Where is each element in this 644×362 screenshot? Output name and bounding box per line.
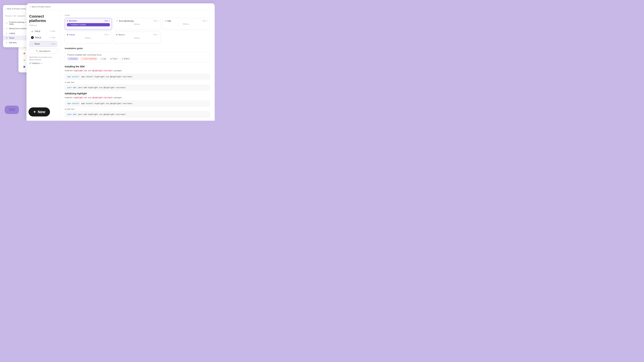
project-id-label: Project ID: xyxy=(5,15,16,17)
link-icon: 🔗 xyxy=(29,62,31,64)
sessions-dot-tag: ● xyxy=(69,58,70,60)
traces-health-tag: ◈ Traces xyxy=(67,33,75,36)
next-icon-modal: N xyxy=(31,36,34,39)
add-icon: + xyxy=(5,41,8,44)
product-tag-logs: ≡ Logs xyxy=(99,57,108,60)
products-box: Products available after connecting Vue.… xyxy=(65,52,210,62)
product-tag-metrics: ◎ Metrics xyxy=(120,57,131,60)
health-card-sessions: ● Sessions View ↗ ✓ Installation complet… xyxy=(65,18,112,30)
logs-tag: ≡ Logs xyxy=(165,20,171,22)
sdk-section-title: Installing the SDK xyxy=(65,65,210,68)
highlight-react-code: @highlight-run/react xyxy=(92,69,113,72)
product-tag-sessions: ● Sessions xyxy=(67,57,79,60)
modal-platform-vuejs[interactable]: ▲ Vue.js 📄 Docs xyxy=(29,28,57,34)
modal-body: Connect platforms Platforms ▲ Vue.js 📄 D… xyxy=(26,10,215,121)
edit-platforms-label: Edit platforms xyxy=(39,50,50,52)
edit-icon: ✏️ xyxy=(36,50,38,52)
new-badge: ✦ New xyxy=(28,107,50,116)
traces-view-link[interactable]: View ↗ xyxy=(104,34,110,35)
init-or-with-yarn-label: or with Yarn: xyxy=(65,108,210,110)
health-card-errors: ⚡ Error Monitoring View ↗ Waiting... xyxy=(114,18,161,30)
modal-back-label: Back to {Project name} xyxy=(32,6,50,8)
metrics-view-link[interactable]: View ↗ xyxy=(154,34,159,35)
log-icon: □ xyxy=(5,32,8,34)
init-yarn-install-block[interactable]: yarn add yarn add highlight.run @highlig… xyxy=(65,111,210,117)
highlight-link[interactable]: 🔗 Highlight.io ↗ xyxy=(29,62,57,64)
logs-waiting: Waiting... xyxy=(165,23,208,25)
server-icon: □ xyxy=(5,27,8,30)
traces-health-icon: ◈ xyxy=(67,33,68,36)
highlight-run-code: highlight.run xyxy=(73,69,88,72)
docs-badge-react: 📄 Docs xyxy=(50,43,55,45)
html-icon: ⬥ xyxy=(22,58,26,62)
sessions-dot: ● xyxy=(67,20,68,22)
modal-title: Connect platforms xyxy=(29,14,57,23)
gatsby-icon: ◉ xyxy=(22,65,26,68)
platform-btn-label: Vue.js xyxy=(35,30,40,32)
docs-icon3: 📄 xyxy=(50,43,51,45)
docs-icon: 📄 xyxy=(50,30,51,32)
init-highlight-react-code: @highlight-run/react xyxy=(92,96,113,99)
installation-complete-badge: ✓ Installation complete xyxy=(67,23,110,26)
init-description: Install the highlight.run and @highlight… xyxy=(65,96,210,99)
sidebar-back-label: Back to {Project name} xyxy=(7,8,26,10)
product-tag-errors: ⚡ Error monitoring xyxy=(80,57,98,60)
traces-icon: ✦ xyxy=(5,37,8,39)
platform-btn-label: Next.js xyxy=(35,36,41,39)
errors-waiting: Waiting... xyxy=(116,23,159,25)
modal-left-panel: Connect platforms Platforms ▲ Vue.js 📄 D… xyxy=(26,10,60,121)
external-link-icon: ↗ xyxy=(41,62,42,64)
platform-btn-label: React xyxy=(34,43,40,45)
modal-platform-nextjs[interactable]: N Next.js 📄 Docs xyxy=(29,35,57,40)
health-card-traces: ◈ Traces View ↗ Waiting... xyxy=(65,32,112,44)
modal-platform-react[interactable]: ⚛ React 📄 Docs xyxy=(29,41,57,47)
modal-back-button[interactable]: Back to {Project name} xyxy=(26,3,215,10)
sessions-tag: ● Sessions xyxy=(67,20,77,22)
metrics-tag: ◎ Metrics xyxy=(116,33,125,36)
traces-waiting: Waiting... xyxy=(67,37,110,39)
project-id-value: 1jdkoe52 xyxy=(17,15,25,17)
product-tag-traces: ◈ Traces xyxy=(109,57,119,60)
docs-badge-next: 📄 Docs xyxy=(50,37,55,38)
logs-view-link[interactable]: View ↗ xyxy=(202,20,208,22)
react-icon-modal: ⚛ xyxy=(31,42,33,45)
error-dot-tag: ⚡ xyxy=(82,58,84,60)
logs-dot-tag: ≡ xyxy=(100,58,102,60)
old-badge-label: Old xyxy=(9,108,15,112)
or-with-yarn-label: or with Yarn: xyxy=(65,81,210,83)
old-badge: Old xyxy=(5,106,19,114)
health-label: Health xyxy=(65,14,210,16)
docs-icon2: 📄 xyxy=(50,37,51,38)
sparkle-icon: ✦ xyxy=(33,110,36,114)
errors-tag: ⚡ Error Monitoring xyxy=(116,20,134,22)
npm-install-block[interactable]: npm install npm install highlight.run @h… xyxy=(65,74,210,80)
logs-icon: ≡ xyxy=(165,20,166,22)
sessions-view-link[interactable]: View ↗ xyxy=(104,20,110,22)
monitor-icon: □ xyxy=(5,22,8,24)
main-modal: Back to {Project name} Connect platforms… xyxy=(26,3,215,121)
errors-icon: ⚡ xyxy=(116,20,118,22)
traces-dot-tag: ◈ xyxy=(110,58,112,60)
init-section-title: Initializing highlight xyxy=(65,92,210,95)
modal-right-panel: Health ● Sessions View ↗ xyxy=(60,10,215,121)
new-badge-label: New xyxy=(38,110,45,114)
platforms-section-label: Platforms xyxy=(29,24,57,26)
init-npm-install-block[interactable]: npm install npm install highlight.run @h… xyxy=(65,100,210,106)
product-tags: ● Sessions ⚡ Error monitoring ≡ Logs ◈ T… xyxy=(67,57,208,60)
svelte-icon: ◈ xyxy=(22,51,26,55)
metrics-icon: ◎ xyxy=(116,33,118,36)
init-highlight-run-code: highlight.run xyxy=(73,96,88,99)
edit-platforms-button[interactable]: ✏️ Edit platforms xyxy=(29,48,57,54)
health-card-metrics: ◎ Metrics View ↗ Waiting... xyxy=(114,32,161,44)
help-text: Need help? Let us know in our discord ch… xyxy=(29,56,57,61)
health-card-logs: ≡ Logs View ↗ Waiting... xyxy=(163,18,210,30)
vue-icon-modal: ▲ xyxy=(31,30,33,32)
docs-badge-vue: 📄 Docs xyxy=(50,30,55,32)
metrics-waiting: Waiting... xyxy=(116,37,159,39)
installation-guide-label: Installation guide xyxy=(65,47,210,50)
products-box-label: Products available after connecting Vue.… xyxy=(67,54,208,56)
yarn-install-block[interactable]: yarn add yarn add highlight.run @highlig… xyxy=(65,85,210,90)
highlight-link-label: Highlight.io xyxy=(32,62,40,64)
errors-view-link[interactable]: View ↗ xyxy=(154,20,159,22)
sdk-description: Install the highlight.run and @highlight… xyxy=(65,69,210,72)
